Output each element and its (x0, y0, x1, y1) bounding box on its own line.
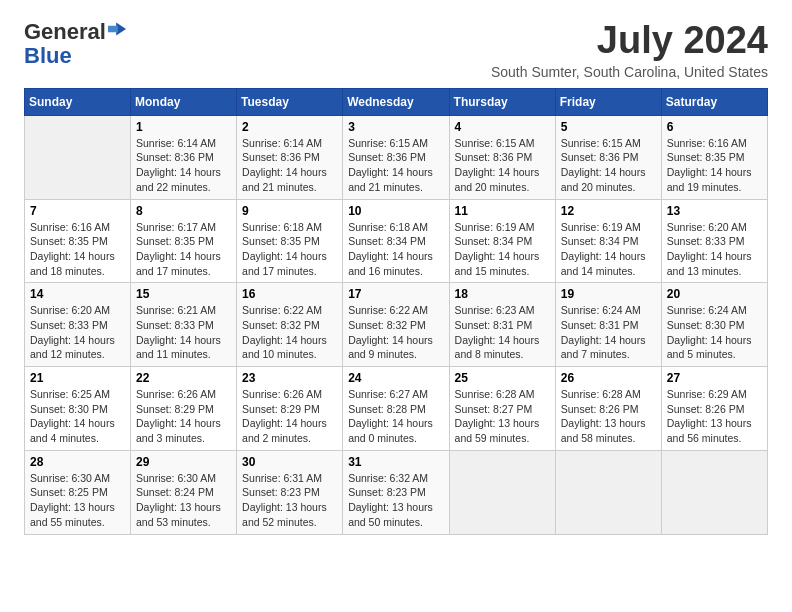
weekday-header-wednesday: Wednesday (343, 88, 449, 115)
day-number: 16 (242, 287, 337, 301)
calendar-cell: 13Sunrise: 6:20 AMSunset: 8:33 PMDayligh… (661, 199, 767, 283)
day-number: 21 (30, 371, 125, 385)
day-number: 8 (136, 204, 231, 218)
location-subtitle: South Sumter, South Carolina, United Sta… (491, 64, 768, 80)
day-info: Sunrise: 6:15 AMSunset: 8:36 PMDaylight:… (455, 136, 550, 195)
calendar-cell: 15Sunrise: 6:21 AMSunset: 8:33 PMDayligh… (131, 283, 237, 367)
calendar-cell: 9Sunrise: 6:18 AMSunset: 8:35 PMDaylight… (237, 199, 343, 283)
day-info: Sunrise: 6:26 AMSunset: 8:29 PMDaylight:… (242, 387, 337, 446)
day-info: Sunrise: 6:17 AMSunset: 8:35 PMDaylight:… (136, 220, 231, 279)
day-number: 19 (561, 287, 656, 301)
calendar-cell: 6Sunrise: 6:16 AMSunset: 8:35 PMDaylight… (661, 115, 767, 199)
calendar-cell: 21Sunrise: 6:25 AMSunset: 8:30 PMDayligh… (25, 367, 131, 451)
svg-marker-1 (108, 26, 118, 33)
weekday-header-row: SundayMondayTuesdayWednesdayThursdayFrid… (25, 88, 768, 115)
day-number: 7 (30, 204, 125, 218)
day-info: Sunrise: 6:25 AMSunset: 8:30 PMDaylight:… (30, 387, 125, 446)
calendar-week-row: 7Sunrise: 6:16 AMSunset: 8:35 PMDaylight… (25, 199, 768, 283)
calendar-cell (661, 450, 767, 534)
day-number: 12 (561, 204, 656, 218)
day-info: Sunrise: 6:19 AMSunset: 8:34 PMDaylight:… (561, 220, 656, 279)
calendar-cell: 10Sunrise: 6:18 AMSunset: 8:34 PMDayligh… (343, 199, 449, 283)
calendar-cell: 1Sunrise: 6:14 AMSunset: 8:36 PMDaylight… (131, 115, 237, 199)
day-number: 14 (30, 287, 125, 301)
day-number: 13 (667, 204, 762, 218)
calendar-cell: 12Sunrise: 6:19 AMSunset: 8:34 PMDayligh… (555, 199, 661, 283)
calendar-cell: 29Sunrise: 6:30 AMSunset: 8:24 PMDayligh… (131, 450, 237, 534)
day-info: Sunrise: 6:26 AMSunset: 8:29 PMDaylight:… (136, 387, 231, 446)
calendar-cell: 23Sunrise: 6:26 AMSunset: 8:29 PMDayligh… (237, 367, 343, 451)
calendar-cell: 14Sunrise: 6:20 AMSunset: 8:33 PMDayligh… (25, 283, 131, 367)
day-info: Sunrise: 6:14 AMSunset: 8:36 PMDaylight:… (242, 136, 337, 195)
weekday-header-sunday: Sunday (25, 88, 131, 115)
logo: General Blue (24, 20, 126, 68)
calendar-cell: 18Sunrise: 6:23 AMSunset: 8:31 PMDayligh… (449, 283, 555, 367)
calendar-cell: 26Sunrise: 6:28 AMSunset: 8:26 PMDayligh… (555, 367, 661, 451)
calendar-cell (449, 450, 555, 534)
day-number: 24 (348, 371, 443, 385)
calendar-cell: 3Sunrise: 6:15 AMSunset: 8:36 PMDaylight… (343, 115, 449, 199)
day-info: Sunrise: 6:20 AMSunset: 8:33 PMDaylight:… (30, 303, 125, 362)
weekday-header-thursday: Thursday (449, 88, 555, 115)
calendar-cell: 24Sunrise: 6:27 AMSunset: 8:28 PMDayligh… (343, 367, 449, 451)
day-number: 22 (136, 371, 231, 385)
calendar-cell: 8Sunrise: 6:17 AMSunset: 8:35 PMDaylight… (131, 199, 237, 283)
page-header: General Blue July 2024 South Sumter, Sou… (24, 20, 768, 80)
calendar-cell: 30Sunrise: 6:31 AMSunset: 8:23 PMDayligh… (237, 450, 343, 534)
day-info: Sunrise: 6:15 AMSunset: 8:36 PMDaylight:… (348, 136, 443, 195)
calendar-cell: 17Sunrise: 6:22 AMSunset: 8:32 PMDayligh… (343, 283, 449, 367)
calendar-cell (25, 115, 131, 199)
day-info: Sunrise: 6:16 AMSunset: 8:35 PMDaylight:… (667, 136, 762, 195)
weekday-header-friday: Friday (555, 88, 661, 115)
calendar-week-row: 28Sunrise: 6:30 AMSunset: 8:25 PMDayligh… (25, 450, 768, 534)
day-info: Sunrise: 6:28 AMSunset: 8:26 PMDaylight:… (561, 387, 656, 446)
day-number: 4 (455, 120, 550, 134)
day-number: 27 (667, 371, 762, 385)
day-info: Sunrise: 6:22 AMSunset: 8:32 PMDaylight:… (242, 303, 337, 362)
day-info: Sunrise: 6:24 AMSunset: 8:31 PMDaylight:… (561, 303, 656, 362)
day-number: 23 (242, 371, 337, 385)
weekday-header-tuesday: Tuesday (237, 88, 343, 115)
day-info: Sunrise: 6:16 AMSunset: 8:35 PMDaylight:… (30, 220, 125, 279)
day-info: Sunrise: 6:24 AMSunset: 8:30 PMDaylight:… (667, 303, 762, 362)
day-info: Sunrise: 6:18 AMSunset: 8:35 PMDaylight:… (242, 220, 337, 279)
calendar-cell: 28Sunrise: 6:30 AMSunset: 8:25 PMDayligh… (25, 450, 131, 534)
calendar-cell: 16Sunrise: 6:22 AMSunset: 8:32 PMDayligh… (237, 283, 343, 367)
calendar-table: SundayMondayTuesdayWednesdayThursdayFrid… (24, 88, 768, 535)
day-number: 17 (348, 287, 443, 301)
day-info: Sunrise: 6:30 AMSunset: 8:24 PMDaylight:… (136, 471, 231, 530)
day-info: Sunrise: 6:29 AMSunset: 8:26 PMDaylight:… (667, 387, 762, 446)
day-number: 15 (136, 287, 231, 301)
calendar-cell: 19Sunrise: 6:24 AMSunset: 8:31 PMDayligh… (555, 283, 661, 367)
day-number: 11 (455, 204, 550, 218)
day-number: 5 (561, 120, 656, 134)
day-number: 25 (455, 371, 550, 385)
title-area: July 2024 South Sumter, South Carolina, … (491, 20, 768, 80)
day-info: Sunrise: 6:18 AMSunset: 8:34 PMDaylight:… (348, 220, 443, 279)
calendar-cell (555, 450, 661, 534)
day-info: Sunrise: 6:21 AMSunset: 8:33 PMDaylight:… (136, 303, 231, 362)
calendar-cell: 20Sunrise: 6:24 AMSunset: 8:30 PMDayligh… (661, 283, 767, 367)
logo-general: General (24, 20, 106, 44)
day-number: 26 (561, 371, 656, 385)
calendar-cell: 22Sunrise: 6:26 AMSunset: 8:29 PMDayligh… (131, 367, 237, 451)
day-number: 10 (348, 204, 443, 218)
calendar-cell: 4Sunrise: 6:15 AMSunset: 8:36 PMDaylight… (449, 115, 555, 199)
day-info: Sunrise: 6:20 AMSunset: 8:33 PMDaylight:… (667, 220, 762, 279)
day-info: Sunrise: 6:30 AMSunset: 8:25 PMDaylight:… (30, 471, 125, 530)
day-number: 28 (30, 455, 125, 469)
day-info: Sunrise: 6:19 AMSunset: 8:34 PMDaylight:… (455, 220, 550, 279)
calendar-cell: 31Sunrise: 6:32 AMSunset: 8:23 PMDayligh… (343, 450, 449, 534)
weekday-header-monday: Monday (131, 88, 237, 115)
weekday-header-saturday: Saturday (661, 88, 767, 115)
day-number: 1 (136, 120, 231, 134)
day-info: Sunrise: 6:14 AMSunset: 8:36 PMDaylight:… (136, 136, 231, 195)
day-number: 29 (136, 455, 231, 469)
day-info: Sunrise: 6:28 AMSunset: 8:27 PMDaylight:… (455, 387, 550, 446)
logo-blue: Blue (24, 43, 72, 68)
day-info: Sunrise: 6:31 AMSunset: 8:23 PMDaylight:… (242, 471, 337, 530)
day-number: 20 (667, 287, 762, 301)
calendar-cell: 2Sunrise: 6:14 AMSunset: 8:36 PMDaylight… (237, 115, 343, 199)
day-info: Sunrise: 6:15 AMSunset: 8:36 PMDaylight:… (561, 136, 656, 195)
calendar-week-row: 1Sunrise: 6:14 AMSunset: 8:36 PMDaylight… (25, 115, 768, 199)
